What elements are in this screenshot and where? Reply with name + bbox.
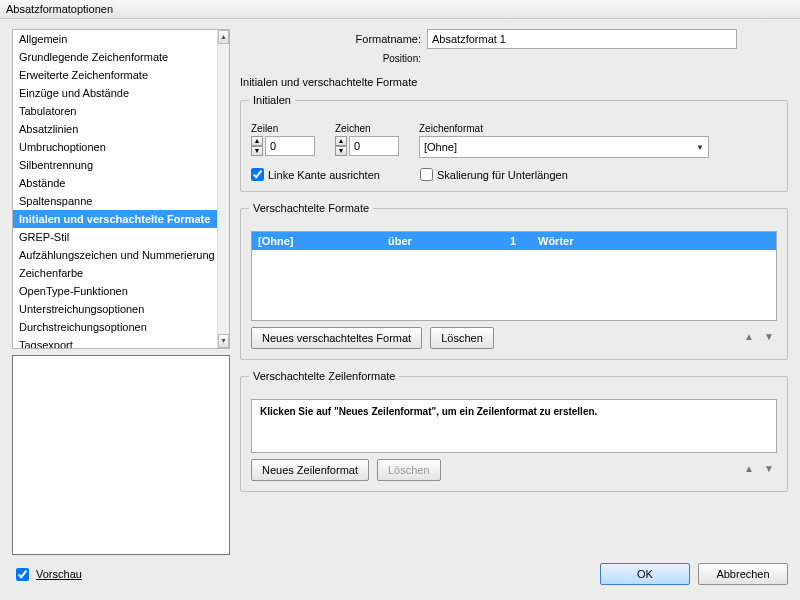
scale-descenders-checkbox[interactable]: Skalierung für Unterlängen: [420, 168, 568, 181]
dialog-window: Absatzformatoptionen AllgemeinGrundlegen…: [0, 0, 800, 600]
new-nested-format-button[interactable]: Neues verschachteltes Format: [251, 327, 422, 349]
zeichenformat-dropdown[interactable]: [Ohne] ▼: [419, 136, 709, 158]
sidebar-item[interactable]: Grundlegende Zeichenformate: [13, 48, 229, 66]
line-formats-hint: Klicken Sie auf "Neues Zeilenformat", um…: [260, 406, 597, 417]
sidebar-item[interactable]: Tagsexport: [13, 336, 229, 349]
scrollbar[interactable]: ▲ ▼: [217, 30, 229, 348]
zeichen-label: Zeichen: [335, 123, 399, 134]
sidebar-item[interactable]: Absatzlinien: [13, 120, 229, 138]
sidebar-item[interactable]: Einzüge und Abstände: [13, 84, 229, 102]
zeilen-down-icon[interactable]: ▼: [251, 146, 263, 156]
sidebar-item[interactable]: Aufzählungszeichen und Nummerierung: [13, 246, 229, 264]
sidebar-item[interactable]: Spaltenspanne: [13, 192, 229, 210]
sidebar-item[interactable]: Zeichenfarbe: [13, 264, 229, 282]
zeilen-up-icon[interactable]: ▲: [251, 136, 263, 146]
move-down-icon[interactable]: ▼: [761, 330, 777, 346]
sidebar-item[interactable]: Abstände: [13, 174, 229, 192]
scroll-up-icon[interactable]: ▲: [218, 30, 229, 44]
section-heading: Initialen und verschachtelte Formate: [240, 76, 788, 88]
sidebar-item[interactable]: OpenType-Funktionen: [13, 282, 229, 300]
line-formats-title: Verschachtelte Zeilenformate: [249, 370, 399, 382]
position-label: Position:: [291, 53, 421, 64]
formatname-input[interactable]: [427, 29, 737, 49]
scroll-down-icon[interactable]: ▼: [218, 334, 229, 348]
sidebar-item[interactable]: Silbentrennung: [13, 156, 229, 174]
main-panel: Formatname: Position: Initialen und vers…: [240, 29, 788, 555]
formatname-label: Formatname:: [291, 33, 421, 45]
sidebar-item[interactable]: Unterstreichungsoptionen: [13, 300, 229, 318]
sidebar-item[interactable]: Allgemein: [13, 30, 229, 48]
sidebar-item[interactable]: Initialen und verschachtelte Formate: [13, 210, 229, 228]
ok-button[interactable]: OK: [600, 563, 690, 585]
sidebar-item[interactable]: Durchstreichungsoptionen: [13, 318, 229, 336]
zeilen-input[interactable]: [265, 136, 315, 156]
initialen-group-title: Initialen: [249, 94, 295, 106]
chevron-down-icon: ▼: [696, 143, 704, 152]
new-line-format-button[interactable]: Neues Zeilenformat: [251, 459, 369, 481]
sidebar-item[interactable]: Tabulatoren: [13, 102, 229, 120]
window-title: Absatzformatoptionen: [0, 0, 800, 19]
sidebar-list[interactable]: AllgemeinGrundlegende ZeichenformateErwe…: [12, 29, 230, 349]
move-down-icon[interactable]: ▼: [761, 462, 777, 478]
sidebar: AllgemeinGrundlegende ZeichenformateErwe…: [12, 29, 230, 555]
line-formats-list[interactable]: Klicken Sie auf "Neues Zeilenformat", um…: [251, 399, 777, 453]
sidebar-item[interactable]: Erweiterte Zeichenformate: [13, 66, 229, 84]
nested-formats-title: Verschachtelte Formate: [249, 202, 373, 214]
nested-formats-group: Verschachtelte Formate [Ohne] über 1 Wör…: [240, 208, 788, 360]
cancel-button[interactable]: Abbrechen: [698, 563, 788, 585]
sidebar-item[interactable]: Umbruchoptionen: [13, 138, 229, 156]
zeichen-down-icon[interactable]: ▼: [335, 146, 347, 156]
initialen-group: Initialen Zeilen ▲ ▼ Zeichen: [240, 100, 788, 192]
zeichen-input[interactable]: [349, 136, 399, 156]
move-up-icon[interactable]: ▲: [741, 462, 757, 478]
sidebar-item[interactable]: GREP-Stil: [13, 228, 229, 246]
preview-box: [12, 355, 230, 555]
nested-format-row[interactable]: [Ohne] über 1 Wörter: [252, 232, 776, 250]
content-area: AllgemeinGrundlegende ZeichenformateErwe…: [0, 19, 800, 559]
zeilen-label: Zeilen: [251, 123, 315, 134]
preview-checkbox[interactable]: Vorschau: [12, 565, 82, 584]
zeichen-up-icon[interactable]: ▲: [335, 136, 347, 146]
nested-formats-list[interactable]: [Ohne] über 1 Wörter: [251, 231, 777, 321]
dialog-footer: Vorschau OK Abbrechen: [0, 559, 800, 593]
zeichenformat-value: [Ohne]: [424, 141, 457, 153]
align-left-checkbox[interactable]: Linke Kante ausrichten: [251, 168, 380, 181]
delete-nested-format-button[interactable]: Löschen: [430, 327, 494, 349]
delete-line-format-button: Löschen: [377, 459, 441, 481]
zeichenformat-label: Zeichenformat: [419, 123, 777, 134]
line-formats-group: Verschachtelte Zeilenformate Klicken Sie…: [240, 376, 788, 492]
move-up-icon[interactable]: ▲: [741, 330, 757, 346]
